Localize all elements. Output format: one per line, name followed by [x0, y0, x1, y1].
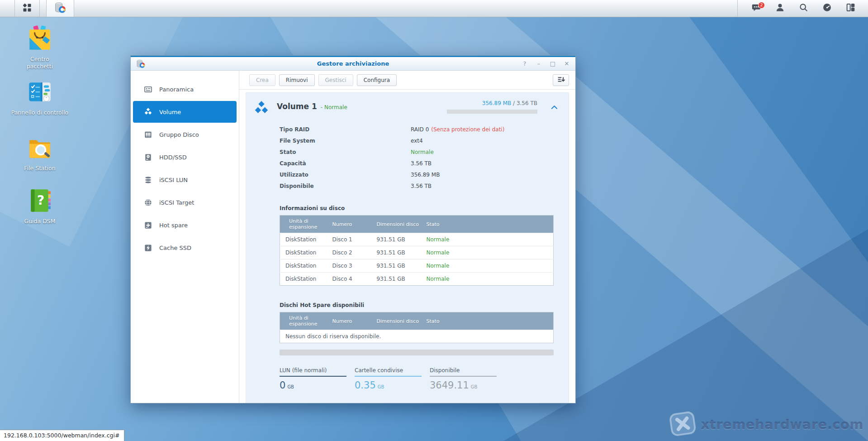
stat-value: 0: [280, 380, 285, 391]
desktop-icon-file-station[interactable]: File Station: [4, 134, 76, 172]
disk-row[interactable]: DiskStation Disco 3 931.51 GB Normale: [280, 259, 554, 273]
search-button[interactable]: [798, 4, 808, 14]
iscsi-lun-icon: [144, 176, 152, 184]
crea-button[interactable]: Crea: [249, 74, 275, 86]
column-header: Numero: [328, 312, 372, 330]
taskbar: 2: [0, 0, 868, 17]
usage-total: / 3.56 TB: [511, 100, 537, 106]
desktop-icon-label: File Station: [24, 165, 55, 172]
detail-warning: (Senza protezione dei dati): [431, 126, 504, 133]
disk-row[interactable]: DiskStation Disco 1 931.51 GB Normale: [280, 233, 554, 246]
usage-summary: 356.89 MB / 3.56 TB: [447, 100, 537, 114]
column-header: Stato: [422, 312, 554, 330]
main-menu-icon: [22, 3, 32, 14]
sidebar-item-panoramica[interactable]: Panoramica: [133, 78, 237, 101]
cell-status: Normale: [422, 259, 554, 273]
window-titlebar[interactable]: Gestore archiviazione ? – □ ✕: [131, 56, 575, 71]
maximize-button[interactable]: □: [550, 61, 556, 67]
widgets-button[interactable]: [845, 4, 855, 14]
detail-value: RAID 0: [411, 126, 429, 133]
sidebar-item-volume[interactable]: Volume: [133, 101, 237, 123]
rimuovi-button[interactable]: Rimuovi: [279, 74, 315, 86]
cache-ssd-lightning-icon: [144, 244, 152, 252]
horizontal-scrollbar[interactable]: [280, 350, 554, 355]
disk-row[interactable]: DiskStation Disco 4 931.51 GB Normale: [280, 273, 554, 286]
hot-spare-plus-icon: [144, 221, 152, 230]
cell-unit: DiskStation: [280, 259, 328, 273]
window-app-icon: [136, 59, 145, 68]
volume-cubes-icon-large: [253, 100, 270, 117]
help-button[interactable]: ?: [522, 61, 528, 67]
volume-cubes-icon: [144, 108, 152, 116]
column-header: Dimensioni disco: [372, 312, 422, 330]
disk-row[interactable]: DiskStation Disco 2 931.51 GB Normale: [280, 246, 554, 259]
detail-row-utilizzato: Utilizzato 356.89 MB: [280, 169, 554, 180]
notifications-button[interactable]: 2: [751, 4, 761, 14]
hot-spare-empty-text: Nessun disco di riserva disponibile.: [280, 330, 554, 343]
collapse-all-button[interactable]: [553, 74, 569, 86]
storage-manager-window: Gestore archiviazione ? – □ ✕ Panoramica: [130, 55, 576, 403]
cell-number: Disco 2: [328, 246, 372, 259]
stat-label: LUN (file normali): [280, 367, 346, 377]
usage-progress-bar: [447, 110, 537, 114]
cell-unit: DiskStation: [280, 233, 328, 246]
search-icon: [799, 3, 808, 14]
stat-value: 3649.11: [430, 380, 469, 391]
cell-unit: DiskStation: [280, 273, 328, 286]
volume-title: Volume 1: [277, 102, 317, 111]
volume-panel-header: Volume 1 - Normale 356.89 MB / 3.56 TB: [253, 99, 560, 117]
cell-status: Normale: [422, 246, 554, 259]
desktop-icon-control-panel[interactable]: Pannello di controllo: [4, 79, 76, 116]
volume-panel: Volume 1 - Normale 356.89 MB / 3.56 TB: [246, 92, 569, 403]
sidebar: Panoramica Volume: [131, 71, 239, 403]
sidebar-item-hot-spare[interactable]: Hot spare: [133, 214, 237, 236]
cell-unit: DiskStation: [280, 246, 328, 259]
storage-manager-taskbar-button[interactable]: [46, 0, 74, 17]
main-menu-button[interactable]: [14, 0, 40, 17]
cell-size: 931.51 GB: [372, 233, 422, 246]
package-center-icon: [27, 25, 53, 53]
sidebar-item-gruppo-disco[interactable]: Gruppo Disco: [133, 123, 237, 146]
disk-group-icon: [144, 130, 152, 139]
sidebar-item-cache-ssd[interactable]: Cache SSD: [133, 236, 237, 259]
cell-size: 931.51 GB: [372, 246, 422, 259]
detail-row-file-system: File System ext4: [280, 135, 554, 146]
detail-value: 356.89 MB: [411, 172, 440, 178]
desktop-icon-label: Centro pacchetti: [22, 56, 58, 70]
detail-row-tipo-raid: Tipo RAID RAID 0 (Senza protezione dei d…: [280, 124, 554, 135]
configura-button[interactable]: Configura: [357, 74, 397, 86]
sidebar-item-label: HDD/SSD: [159, 154, 187, 161]
desktop-icon-dsm-help[interactable]: ? Guida DSM: [4, 187, 76, 225]
minimize-button[interactable]: –: [536, 61, 542, 67]
chevron-up-icon[interactable]: [551, 103, 558, 111]
sidebar-item-iscsi-lun[interactable]: iSCSI LUN: [133, 168, 237, 191]
desktop-icon-package-center[interactable]: Centro pacchetti: [4, 25, 76, 70]
cell-number: Disco 4: [328, 273, 372, 286]
table-header-row: Unità di espansione Numero Dimensioni di…: [280, 216, 554, 233]
detail-row-capacita: Capacità 3.56 TB: [280, 158, 554, 169]
user-menu-button[interactable]: [775, 4, 785, 14]
cell-status: Normale: [422, 273, 554, 286]
user-icon: [775, 3, 785, 14]
column-header: Unità di espansione: [280, 312, 328, 330]
close-button[interactable]: ✕: [564, 61, 570, 67]
desktop-icon-label: Pannello di controllo: [11, 109, 69, 116]
stat-label: Disponibile: [430, 367, 497, 377]
detail-label: Disponibile: [280, 183, 411, 189]
system-health-button[interactable]: [822, 4, 832, 14]
detail-value: Normale: [411, 149, 434, 155]
usage-used: 356.89 MB: [482, 100, 511, 106]
svg-text:?: ?: [37, 193, 44, 208]
table-header-row: Unità di espansione Numero Dimensioni di…: [280, 312, 554, 330]
hdd-icon: [144, 153, 152, 162]
disk-info-table: Unità di espansione Numero Dimensioni di…: [280, 215, 554, 286]
detail-label: Stato: [280, 149, 411, 155]
panel-wrap: Volume 1 - Normale 356.89 MB / 3.56 TB: [239, 90, 575, 403]
stat-label: Cartelle condivise: [355, 367, 422, 377]
detail-value: ext4: [411, 138, 423, 144]
overview-icon: [144, 85, 152, 94]
stat-unit: GB: [378, 384, 384, 389]
sidebar-item-hdd-ssd[interactable]: HDD/SSD: [133, 146, 237, 168]
gestisci-button[interactable]: Gestisci: [318, 74, 353, 86]
sidebar-item-iscsi-target[interactable]: iSCSI Target: [133, 191, 237, 214]
